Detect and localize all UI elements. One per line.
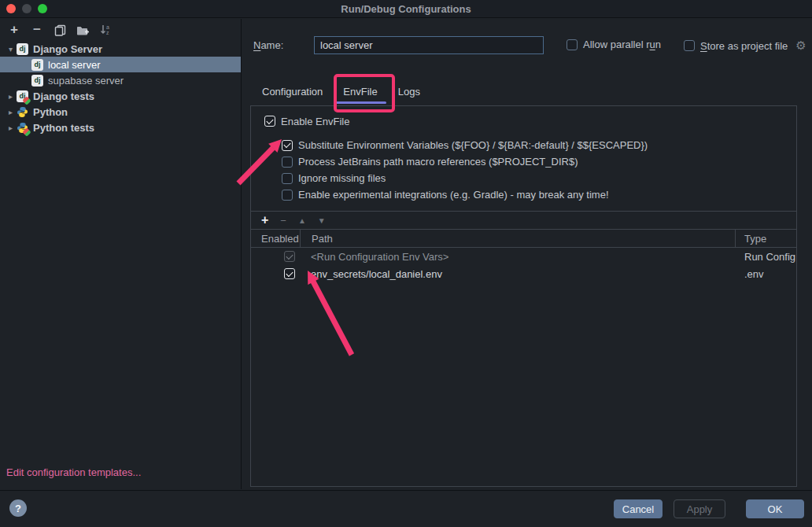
tree-item-django-server[interactable]: ▾ dj Django Server bbox=[0, 41, 241, 57]
experimental-integrations-option: Enable experimental integrations (e.g. G… bbox=[282, 186, 796, 203]
configuration-tabs: Configuration EnvFile Logs bbox=[252, 80, 430, 104]
envfile-table-toolbar: + − ▲ ▼ bbox=[251, 212, 796, 230]
add-icon[interactable]: + bbox=[261, 213, 268, 227]
column-header-type: Type bbox=[736, 233, 796, 245]
cancel-button[interactable]: Cancel bbox=[614, 499, 663, 518]
enable-envfile-label: Enable EnvFile bbox=[281, 116, 349, 127]
name-row: Name: Allow parallel run Store as projec… bbox=[253, 36, 812, 55]
window-controls bbox=[6, 4, 47, 13]
tree-item-django-tests[interactable]: ▸ dj Django tests bbox=[0, 88, 241, 104]
edit-configuration-templates-link[interactable]: Edit configuration templates... bbox=[0, 466, 241, 489]
remove-icon[interactable]: − bbox=[31, 24, 43, 36]
django-tests-icon: dj bbox=[17, 90, 28, 102]
allow-parallel-run-label: Allow parallel run bbox=[583, 39, 661, 50]
ok-button[interactable]: OK bbox=[746, 499, 804, 518]
tree-item-local-server[interactable]: dj local server bbox=[0, 57, 241, 72]
envfile-options: Substitute Environment Variables (${FOO}… bbox=[282, 137, 796, 203]
tree-item-python[interactable]: ▸ Python bbox=[0, 104, 241, 120]
chevron-right-icon[interactable]: ▸ bbox=[5, 92, 17, 101]
chevron-right-icon[interactable]: ▸ bbox=[5, 123, 17, 132]
allow-parallel-run-option: Allow parallel run bbox=[567, 39, 661, 50]
ignore-missing-files-checkbox[interactable] bbox=[282, 173, 293, 184]
svg-text:a: a bbox=[106, 24, 109, 30]
python-icon bbox=[17, 106, 28, 118]
tab-logs[interactable]: Logs bbox=[388, 80, 430, 104]
table-row[interactable]: <Run Configuration Env Vars> Run Config bbox=[251, 248, 796, 265]
dialog-titlebar: Run/Debug Configurations bbox=[0, 0, 812, 18]
store-as-project-file-label: Store as project file bbox=[700, 40, 788, 52]
store-as-project-file-option: Store as project file ⚙ bbox=[684, 39, 806, 53]
sort-alphabetically-icon[interactable]: az bbox=[99, 24, 112, 36]
close-window-button[interactable] bbox=[6, 4, 16, 13]
django-icon: dj bbox=[17, 43, 28, 55]
envfile-table: + − ▲ ▼ Enabled Path Type <Run Configura… bbox=[251, 211, 796, 282]
svg-text:z: z bbox=[106, 30, 109, 35]
gear-icon[interactable]: ⚙ bbox=[795, 39, 806, 53]
django-icon: dj bbox=[31, 75, 43, 87]
python-tests-icon bbox=[17, 122, 28, 134]
name-input[interactable] bbox=[314, 36, 544, 54]
sidebar-toolbar: + − az bbox=[0, 19, 241, 41]
move-down-icon[interactable]: ▼ bbox=[318, 216, 326, 225]
substitute-env-vars-option: Substitute Environment Variables (${FOO}… bbox=[282, 137, 796, 153]
minimize-window-button bbox=[22, 4, 31, 13]
configurations-sidebar: + − az ▾ dj Django Server dj local serve… bbox=[0, 19, 242, 489]
move-up-icon[interactable]: ▲ bbox=[298, 216, 306, 225]
django-icon: dj bbox=[31, 59, 43, 71]
allow-parallel-run-checkbox[interactable] bbox=[567, 39, 578, 50]
ignore-missing-files-option: Ignore missing files bbox=[282, 170, 796, 186]
substitute-env-vars-checkbox[interactable] bbox=[282, 140, 293, 151]
dialog-footer: ? Cancel Apply OK bbox=[0, 490, 812, 527]
dialog-title: Run/Debug Configurations bbox=[341, 3, 471, 15]
column-header-enabled: Enabled bbox=[251, 230, 300, 247]
chevron-right-icon[interactable]: ▸ bbox=[5, 108, 17, 116]
help-icon[interactable]: ? bbox=[9, 499, 27, 517]
tree-item-supabase-server[interactable]: dj supabase server bbox=[0, 72, 241, 88]
zoom-window-button[interactable] bbox=[38, 4, 47, 13]
table-row[interactable]: env_secrets/local_daniel.env .env bbox=[251, 265, 796, 282]
tab-configuration[interactable]: Configuration bbox=[252, 80, 333, 104]
table-header: Enabled Path Type bbox=[251, 230, 796, 248]
enable-envfile-option: Enable EnvFile bbox=[264, 113, 796, 129]
apply-button[interactable]: Apply bbox=[674, 499, 725, 518]
tab-envfile[interactable]: EnvFile bbox=[333, 80, 387, 104]
configuration-editor: Name: Allow parallel run Store as projec… bbox=[242, 19, 812, 489]
chevron-down-icon[interactable]: ▾ bbox=[5, 45, 17, 53]
new-folder-icon[interactable] bbox=[76, 24, 89, 36]
row-enabled-checkbox bbox=[284, 251, 295, 262]
configurations-tree: ▾ dj Django Server dj local server dj su… bbox=[0, 41, 241, 135]
name-label: Name: bbox=[253, 39, 283, 51]
add-icon[interactable]: + bbox=[8, 24, 20, 36]
experimental-integrations-checkbox[interactable] bbox=[282, 190, 293, 201]
store-as-project-file-checkbox[interactable] bbox=[684, 40, 695, 51]
remove-icon[interactable]: − bbox=[280, 215, 286, 227]
enable-envfile-checkbox[interactable] bbox=[264, 116, 275, 127]
row-enabled-checkbox[interactable] bbox=[284, 268, 295, 279]
process-path-macro-checkbox[interactable] bbox=[282, 157, 293, 168]
copy-icon[interactable] bbox=[54, 24, 66, 36]
column-header-path: Path bbox=[301, 233, 735, 245]
envfile-panel: Enable EnvFile Substitute Environment Va… bbox=[250, 105, 797, 487]
tree-item-python-tests[interactable]: ▸ Python tests bbox=[0, 120, 241, 135]
process-path-macro-option: Process JetBrains path macro references … bbox=[282, 153, 796, 170]
